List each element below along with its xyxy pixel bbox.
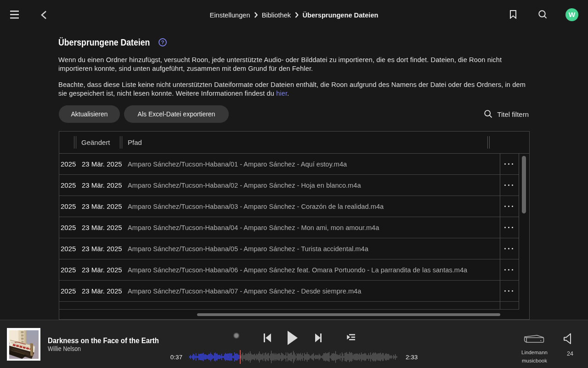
svg-text:?: ?: [161, 40, 164, 45]
